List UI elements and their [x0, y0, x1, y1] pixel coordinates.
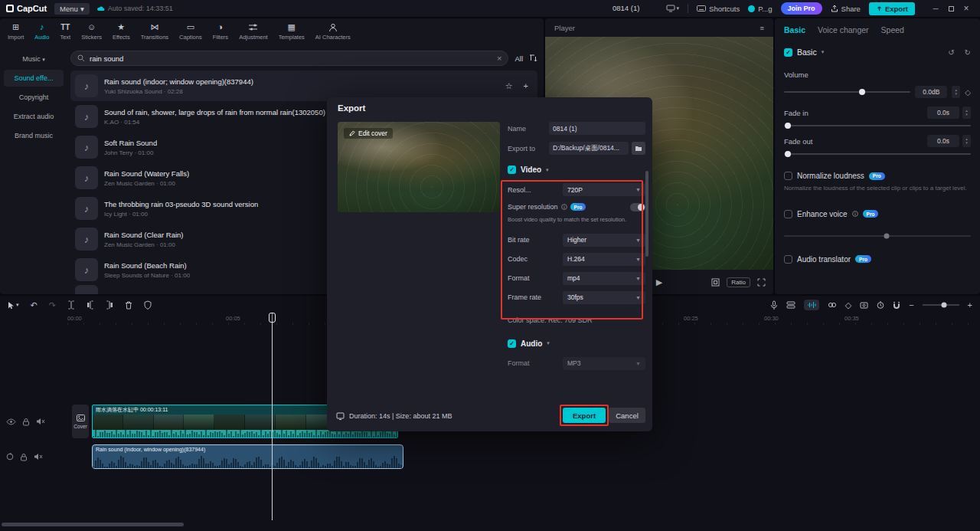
keyframe-icon[interactable]: ◇ — [965, 88, 971, 97]
zoom-slider[interactable] — [923, 304, 959, 306]
search-input[interactable] — [90, 54, 492, 63]
bit-rate-dropdown[interactable]: Higher▼ — [563, 234, 645, 247]
basic-checkbox[interactable]: ✓ — [784, 48, 792, 57]
enhance-voice-checkbox[interactable] — [784, 210, 792, 218]
sidebar-item-brand-music[interactable]: Brand music — [4, 127, 64, 144]
format-dropdown[interactable]: mp4▼ — [563, 272, 645, 285]
fit-icon[interactable] — [711, 278, 720, 287]
sidebar-item-music[interactable]: Music ▾ — [4, 51, 64, 67]
clear-search-icon[interactable]: × — [497, 54, 501, 63]
export-confirm-button[interactable]: Export — [563, 408, 606, 423]
redo-icon[interactable]: ↷ — [49, 300, 56, 310]
audio-format-dropdown[interactable]: MP3▼ — [563, 357, 645, 370]
lock-track-icon[interactable] — [20, 453, 28, 461]
delete-right-icon[interactable] — [106, 300, 113, 310]
tab-speed[interactable]: Speed — [881, 25, 904, 34]
fade-out-stepper[interactable]: ▴▾ — [962, 135, 971, 147]
magnet-icon[interactable] — [893, 301, 900, 310]
delete-left-icon[interactable] — [87, 300, 94, 310]
ratio-button[interactable]: Ratio — [727, 277, 750, 287]
fade-out-value[interactable]: 0.0s — [927, 135, 959, 147]
tab-basic[interactable]: Basic — [784, 25, 805, 34]
split-track-icon[interactable] — [786, 301, 795, 309]
normalize-loudness-checkbox[interactable] — [784, 172, 792, 180]
cover-button[interactable]: Cover — [72, 405, 89, 438]
ribbon-tab-ai-characters[interactable]: AI Characters — [311, 22, 355, 41]
sidebar-item-extract-audio[interactable]: Extract audio — [4, 108, 64, 125]
timeline-scrollbar[interactable] — [2, 523, 184, 526]
undo-icon[interactable]: ↶ — [31, 300, 38, 310]
mask-icon[interactable] — [144, 300, 152, 310]
menu-button[interactable]: Menu▾ — [54, 3, 90, 15]
folder-icon[interactable] — [632, 142, 645, 155]
filter-all-dropdown[interactable]: All — [514, 54, 523, 63]
user-avatar[interactable]: P...g — [748, 5, 772, 13]
ribbon-tab-captions[interactable]: ▭Captions — [175, 22, 207, 41]
lock-track-icon[interactable] — [22, 418, 30, 426]
volume-value[interactable]: 0.0dB — [915, 86, 947, 98]
resolution-dropdown[interactable]: 720P▼ — [563, 183, 645, 196]
fade-in-value[interactable]: 0.0s — [927, 107, 959, 119]
delete-icon[interactable] — [125, 301, 132, 310]
playhead[interactable] — [272, 313, 273, 520]
player-menu-icon[interactable]: ≡ — [760, 24, 764, 32]
ribbon-tab-effects[interactable]: ★Effects — [108, 22, 135, 41]
fade-in-stepper[interactable]: ▴▾ — [962, 107, 971, 119]
export-name-input[interactable] — [549, 122, 645, 135]
sidebar-item-sound-effects[interactable]: Sound effe... — [4, 70, 64, 87]
collapse-icon[interactable]: ▾ — [546, 167, 549, 173]
mute-track-icon[interactable] — [36, 418, 45, 425]
tab-voice-changer[interactable]: Voice changer — [818, 25, 869, 34]
collapse-icon[interactable]: ▾ — [547, 340, 550, 346]
collapse-icon[interactable]: ▾ — [822, 49, 825, 55]
share-button[interactable]: Share — [831, 5, 861, 13]
audio-clip[interactable]: Rain sound (indoor, window opening)(8379… — [92, 444, 403, 469]
add-to-timeline-button[interactable]: + — [524, 81, 528, 91]
frame-rate-dropdown[interactable]: 30fps▼ — [563, 291, 645, 304]
display-mode-button[interactable]: ▾ — [666, 5, 680, 12]
volume-stepper[interactable]: ▴▾ — [952, 86, 960, 98]
redo-settings-icon[interactable]: ↻ — [965, 48, 971, 57]
super-resolution-toggle[interactable] — [630, 203, 645, 211]
favorite-icon[interactable]: ☆ — [505, 81, 513, 91]
export-button-top[interactable]: Export — [869, 2, 915, 15]
volume-slider[interactable] — [784, 91, 910, 93]
fullscreen-icon[interactable] — [757, 278, 766, 287]
ribbon-tab-stickers[interactable]: ☺Stickers — [77, 22, 106, 41]
ribbon-tab-text[interactable]: TTText — [55, 22, 75, 41]
codec-dropdown[interactable]: H.264▼ — [563, 253, 645, 266]
play-button[interactable]: ▶ — [656, 277, 662, 287]
dialog-scrollbar[interactable] — [645, 171, 648, 257]
ribbon-tab-transitions[interactable]: ⋈Transitions — [136, 22, 173, 41]
zoom-out-icon[interactable]: − — [909, 300, 913, 310]
ribbon-tab-templates[interactable]: ▦Templates — [274, 22, 309, 41]
video-checkbox[interactable]: ✓ — [508, 166, 516, 174]
voiceover-mic-icon[interactable] — [770, 300, 778, 310]
sidebar-item-copyright[interactable]: Copyright — [4, 89, 64, 106]
playhead-handle[interactable] — [269, 313, 276, 323]
audio-translator-checkbox[interactable] — [784, 255, 792, 264]
link-clips-icon[interactable] — [828, 302, 837, 308]
shortcuts-button[interactable]: Shortcuts — [697, 5, 740, 13]
select-tool[interactable]: ▾ — [8, 301, 19, 310]
timer-icon[interactable] — [877, 301, 884, 309]
ribbon-tab-audio[interactable]: ♪Audio — [30, 22, 54, 41]
loop-track-icon[interactable] — [6, 453, 14, 461]
edit-cover-button[interactable]: Edit cover — [344, 128, 393, 139]
cancel-button[interactable]: Cancel — [609, 408, 645, 423]
reset-icon[interactable]: ↺ — [948, 48, 954, 57]
mute-track-icon[interactable] — [34, 453, 43, 461]
waveform-display-icon[interactable] — [804, 300, 819, 310]
join-pro-button[interactable]: Join Pro — [781, 2, 822, 15]
preview-frame-icon[interactable] — [860, 302, 868, 309]
fade-out-slider[interactable] — [784, 153, 971, 155]
enhance-voice-slider[interactable] — [784, 235, 971, 237]
audio-list-item[interactable]: ♪ Rain sound (indoor; window opening)(83… — [70, 70, 537, 101]
zoom-in-icon[interactable]: + — [968, 300, 972, 310]
minimize-button[interactable]: ─ — [928, 5, 943, 13]
split-icon[interactable] — [67, 300, 75, 310]
export-path-value[interactable]: D:/Backup/桌面/0814... — [549, 142, 629, 155]
close-button[interactable]: × — [959, 3, 974, 14]
keyframe-tool-icon[interactable]: ◇ — [845, 300, 851, 310]
sort-icon[interactable] — [529, 54, 537, 62]
